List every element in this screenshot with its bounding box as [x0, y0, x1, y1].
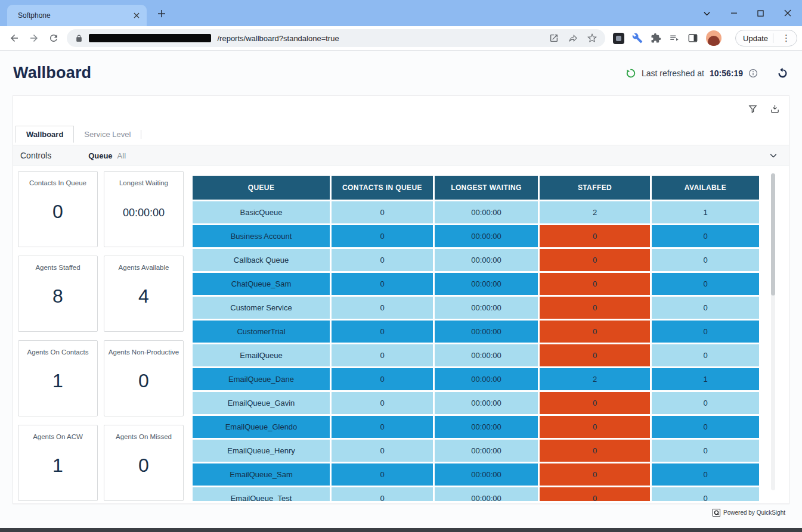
cell-available: 0 — [652, 344, 759, 366]
column-header[interactable]: STAFFED — [540, 176, 650, 200]
column-header[interactable]: AVAILABLE — [652, 176, 759, 200]
minimize-button[interactable] — [720, 0, 747, 26]
tab-title: Softphone — [18, 11, 51, 20]
queue-filter-label: Queue — [88, 151, 112, 160]
cell-staffed: 0 — [540, 440, 650, 462]
last-refreshed-label: Last refreshed at — [642, 69, 704, 78]
controls-bar: Controls Queue All — [13, 145, 789, 166]
cell-available: 0 — [652, 297, 759, 319]
info-icon[interactable] — [748, 69, 758, 78]
refresh-area: Last refreshed at 10:56:19 — [626, 67, 789, 79]
sheet-tabs: Wallboard Service Level — [16, 126, 786, 143]
kpi-label: Agents Available — [119, 264, 169, 271]
filter-icon[interactable] — [748, 104, 758, 114]
cell-contacts-in-queue: 0 — [332, 344, 433, 366]
panel-toolbar — [748, 104, 780, 114]
new-tab-button[interactable] — [154, 6, 169, 21]
cell-staffed: 0 — [540, 487, 650, 501]
reload-icon[interactable] — [45, 29, 63, 47]
update-button[interactable]: Update ⋮ — [735, 30, 797, 46]
cell-queue-name: EmailQueue_Henry — [193, 440, 330, 462]
cell-longest-waiting: 00:00:00 — [435, 368, 538, 390]
cell-queue-name: EmailQueue — [193, 344, 330, 366]
url-actions — [549, 33, 597, 43]
cell-queue-name: EmailQueue_Gavin — [193, 392, 330, 414]
scrollbar[interactable] — [771, 173, 775, 490]
cell-staffed: 0 — [540, 225, 650, 247]
wrench-icon[interactable] — [632, 33, 643, 43]
cell-available: 0 — [652, 225, 759, 247]
last-refreshed-time: 10:56:19 — [710, 69, 743, 78]
back-icon[interactable] — [6, 29, 23, 47]
refresh-button[interactable] — [776, 67, 789, 79]
browser-window: Softphone — [0, 0, 802, 532]
open-in-new-icon[interactable] — [549, 33, 559, 43]
kpi-value: 4 — [138, 285, 149, 307]
kpi-label: Agents Non-Productive — [109, 349, 179, 356]
kpi-grid: Contacts In Queue0Longest Waiting00:00:0… — [18, 171, 184, 501]
kpi-label: Agents On Missed — [116, 433, 172, 440]
chevron-down-icon[interactable] — [769, 151, 778, 160]
column-header[interactable]: CONTACTS IN QUEUE — [332, 176, 433, 200]
column-header[interactable]: LONGEST WAITING — [435, 176, 538, 200]
browser-titlebar: Softphone — [0, 0, 802, 26]
update-label: Update — [743, 34, 768, 43]
scrollbar-thumb[interactable] — [771, 173, 775, 295]
cell-queue-name: EmailQueue_Sam — [193, 463, 330, 486]
cell-staffed: 0 — [540, 249, 650, 271]
maximize-button[interactable] — [747, 0, 774, 26]
page-title: Wallboard — [13, 64, 91, 82]
tab-search-icon[interactable] — [693, 0, 720, 26]
cell-staffed: 0 — [540, 416, 650, 438]
close-button[interactable] — [774, 0, 801, 26]
kpi-value: 0 — [52, 201, 63, 223]
kpi-card: Agents On ACW1 — [18, 425, 98, 501]
cell-queue-name: CustomerTrial — [193, 321, 330, 343]
taskbar-edge — [0, 528, 802, 532]
kpi-value: 8 — [52, 285, 63, 307]
export-icon[interactable] — [770, 104, 780, 114]
bookmark-star-icon[interactable] — [587, 33, 597, 43]
kpi-card: Agents Available4 — [104, 256, 184, 332]
forward-icon[interactable] — [26, 29, 43, 47]
table-wrap: QUEUECONTACTS IN QUEUELONGEST WAITINGSTA… — [193, 176, 759, 501]
lock-icon[interactable] — [75, 35, 83, 42]
kpi-label: Contacts In Queue — [29, 179, 86, 186]
kpi-card: Longest Waiting00:00:00 — [104, 171, 184, 247]
tab-divider — [141, 130, 141, 139]
column-header[interactable]: QUEUE — [193, 176, 330, 200]
cell-longest-waiting: 00:00:00 — [435, 463, 538, 486]
cell-queue-name: ChatQueue_Sam — [193, 273, 330, 295]
cell-longest-waiting: 00:00:00 — [435, 416, 538, 438]
cell-contacts-in-queue: 0 — [332, 487, 433, 501]
queue-filter[interactable]: Queue All — [88, 151, 126, 160]
cell-available: 0 — [652, 463, 759, 486]
kpi-card: Agents Staffed8 — [18, 256, 98, 332]
cell-longest-waiting: 00:00:00 — [435, 225, 538, 247]
cell-longest-waiting: 00:00:00 — [435, 201, 538, 223]
side-panel-icon[interactable] — [688, 33, 698, 43]
quicksight-logo-icon — [713, 509, 720, 517]
kpi-card: Agents On Contacts1 — [18, 340, 98, 416]
tab-close-icon[interactable] — [131, 10, 142, 21]
tab-service-level[interactable]: Service Level — [74, 126, 141, 143]
extensions-puzzle-icon[interactable] — [651, 33, 661, 43]
controls-label: Controls — [20, 151, 51, 160]
cell-staffed: 2 — [540, 201, 650, 223]
browser-tab[interactable]: Softphone — [7, 5, 147, 26]
share-icon[interactable] — [568, 33, 578, 43]
kpi-value: 00:00:00 — [123, 207, 165, 219]
kpi-label: Longest Waiting — [119, 179, 168, 186]
profile-avatar[interactable] — [706, 30, 722, 46]
extension-dark-icon[interactable] — [613, 33, 624, 44]
tab-wallboard[interactable]: Wallboard — [16, 126, 74, 143]
kebab-menu-icon[interactable]: ⋮ — [778, 33, 794, 43]
cell-contacts-in-queue: 0 — [332, 440, 433, 462]
url-bar[interactable]: /reports/wallboard?standalone=true — [67, 29, 605, 47]
cell-staffed: 0 — [540, 297, 650, 319]
cell-longest-waiting: 00:00:00 — [435, 440, 538, 462]
playlist-icon[interactable] — [669, 33, 680, 43]
powered-by: Powered by QuickSight — [713, 509, 785, 517]
cell-available: 0 — [652, 249, 759, 271]
cell-staffed: 2 — [540, 368, 650, 390]
